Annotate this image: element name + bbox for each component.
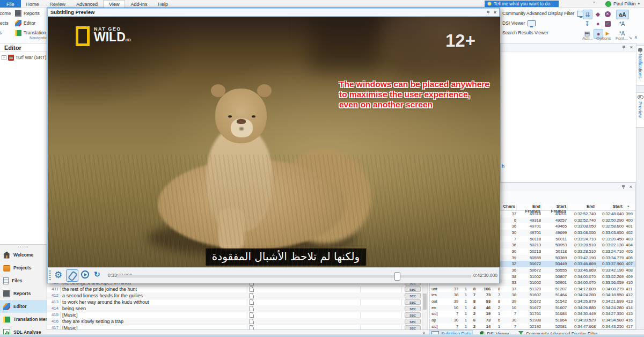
window-titlebar[interactable]: Subtitling Preview ×: [48, 9, 499, 17]
user-account[interactable]: Paul Filkin ▾: [605, 0, 640, 8]
loop-icon[interactable]: ↻: [94, 270, 100, 279]
tell-me-search[interactable]: Tell me what you want to do...: [485, 1, 559, 7]
cell-e: 0:34:26.880: [569, 305, 596, 310]
cell-s: 0:34:24.280: [598, 305, 624, 310]
menu-tab-help[interactable]: Help: [152, 0, 173, 8]
verify-check-icon[interactable]: ✔: [603, 19, 612, 28]
subtitling-preview-window[interactable]: Subtitling Preview ×: [47, 8, 500, 283]
menu-tab-home[interactable]: Home: [21, 0, 45, 8]
dialog-launcher-icon[interactable]: ↘: [628, 35, 632, 40]
seek-bar[interactable]: [116, 275, 471, 277]
circle-icon[interactable]: ●: [594, 19, 602, 28]
table-row[interactable]: ap30167363051988518640:34:39.5290:34:34.…: [430, 317, 635, 324]
sec-unit-button[interactable]: sec: [405, 287, 421, 292]
pin-icon[interactable]: [486, 11, 490, 14]
settings-gear-icon[interactable]: ⚙: [54, 269, 62, 281]
ribbon-nav-welcome[interactable]: Welcome: [0, 11, 11, 16]
sidebar-item-files[interactable]: Files: [0, 274, 47, 287]
sec-unit-button[interactable]: sec: [405, 312, 421, 318]
sidebar-item-reports[interactable]: Reports: [0, 287, 47, 300]
table-row[interactable]: unt371810683751320512070:34:12.8090:34:0…: [430, 286, 635, 292]
close-icon[interactable]: ×: [630, 45, 633, 50]
lioness-ear: [257, 84, 272, 97]
pin-icon[interactable]: [622, 46, 626, 49]
viewer-item-search-results-viewer[interactable]: Search Results Viewer: [502, 29, 548, 36]
diamond-icon[interactable]: ◆: [594, 10, 602, 18]
sort-arrows-icon[interactable]: ⇊: [583, 10, 592, 19]
sidebar-item-translation-memories[interactable]: Translation Memories: [0, 313, 47, 326]
collapse-ribbon-icon[interactable]: ∧: [634, 35, 638, 40]
ribbon-nav-label: Editor: [24, 20, 35, 26]
table-row[interactable]: sic]712191751761516840:34:30.4490:34:27.…: [430, 311, 635, 317]
cell-e: 0:33:08.050: [569, 224, 596, 229]
projects-icon: [3, 265, 10, 272]
sidebar-item-welcome[interactable]: Welcome: [0, 248, 47, 261]
cell-s: 0:33:03.950: [598, 230, 624, 235]
srt-file-icon: [8, 55, 14, 61]
cell-s: 0:34:27.350: [598, 311, 624, 316]
sec-unit-button[interactable]: sec: [405, 306, 421, 311]
cell-c: 6: [502, 218, 516, 223]
user-name: Paul Filkin: [613, 1, 636, 6]
table-row[interactable]: en10144621051672516070:34:26.8800:34:24.…: [430, 305, 635, 311]
tree-collapse-icon[interactable]: −: [2, 55, 6, 60]
arabic-subtitle: ولكنها لم تلاحظ الأشبال المفقودة: [206, 248, 366, 266]
download-icon[interactable]: ↧: [583, 19, 591, 28]
side-tab-notifications[interactable]: Notifications: [636, 45, 644, 86]
sidebar-item-projects[interactable]: Projects: [0, 261, 47, 274]
cell-num: 410: [626, 280, 635, 285]
close-icon[interactable]: ×: [494, 10, 496, 15]
col-header-chars[interactable]: Chars: [502, 204, 517, 210]
menu-tab-review[interactable]: Review: [45, 0, 71, 8]
sidebar-item-label: Translation Memories: [13, 317, 47, 322]
sidebar-item-editor[interactable]: Editor: [0, 300, 47, 313]
cell-f: ap: [431, 318, 443, 323]
col-header-start-frames[interactable]: Start Frames: [542, 204, 568, 210]
sort-asc-icon[interactable]: ▴: [627, 204, 630, 208]
file-tree-item[interactable]: − Turf War (SRT).s: [0, 54, 47, 61]
viewer-item-community-advanced-display-filter[interactable]: Community Advanced Display Filter: [502, 10, 585, 17]
ribbon-nav-projects[interactable]: Projects: [0, 20, 9, 26]
segment-number: 416: [48, 319, 58, 324]
cell-e: 0:32:52.740: [569, 211, 596, 216]
editor-segment-grid: 410the strongest antelopes in Africasec4…: [47, 280, 422, 330]
eye-icon: [638, 95, 643, 99]
cell-n3: 6: [469, 318, 475, 323]
col-header-start[interactable]: Start: [596, 204, 624, 210]
drag-handle[interactable]: [49, 270, 51, 280]
close-icon[interactable]: ×: [630, 185, 632, 189]
menu-tab-view[interactable]: View: [103, 0, 125, 8]
col-header-end[interactable]: End: [568, 204, 596, 210]
cell-e: 0:33:28.510: [569, 243, 596, 247]
table-row[interactable]: sic]712141752192520810:34:47.6680:34:43.…: [430, 324, 635, 329]
scrollbar-thumb[interactable]: [423, 294, 427, 310]
pin-icon[interactable]: [621, 185, 625, 189]
circle-x-icon[interactable]: ✕: [603, 10, 612, 18]
table-row[interactable]: out39189383951672515420:34:26.8790:34:21…: [430, 298, 635, 305]
seek-handle[interactable]: [394, 272, 400, 281]
table-row[interactable]: ies38177373851607514640:34:24.2800:34:18…: [430, 292, 635, 298]
menu-tab-advanced[interactable]: Advanced: [71, 0, 103, 8]
grid-scrollbar[interactable]: [422, 280, 428, 329]
lioness-shadow: [147, 219, 356, 257]
attach-subtitle-button[interactable]: [66, 269, 78, 282]
video-frame[interactable]: NAT GEO WILDHD 12+ The windows can be pl…: [48, 17, 500, 267]
ribbon-nav-files[interactable]: Files: [0, 30, 2, 35]
viewer-item-dsi-viewer[interactable]: DSI Viewer: [502, 19, 536, 27]
sec-unit-button[interactable]: sec: [405, 293, 421, 298]
insert-a1-button[interactable]: *A: [616, 19, 628, 28]
cell-ef: 50672: [518, 261, 541, 266]
menu-tab-file[interactable]: File: [0, 0, 21, 8]
play-button[interactable]: [81, 270, 89, 279]
menu-tab-add-ins[interactable]: Add-Ins: [125, 0, 152, 8]
ribbon-nav-editor[interactable]: Editor: [15, 20, 35, 26]
sec-unit-button[interactable]: sec: [405, 319, 421, 324]
ribbon-group-font: Font...: [616, 36, 628, 41]
col-header-end-frames[interactable]: End Frames: [517, 204, 542, 210]
age-rating: 12+: [445, 31, 475, 51]
side-tab-preview[interactable]: Preview: [636, 92, 644, 128]
cell-s: 0:32:58.600: [598, 224, 624, 229]
ribbon-nav-reports[interactable]: Reports: [15, 10, 40, 17]
sec-unit-button[interactable]: sec: [405, 299, 421, 305]
char-format-button[interactable]: aA: [616, 10, 629, 19]
